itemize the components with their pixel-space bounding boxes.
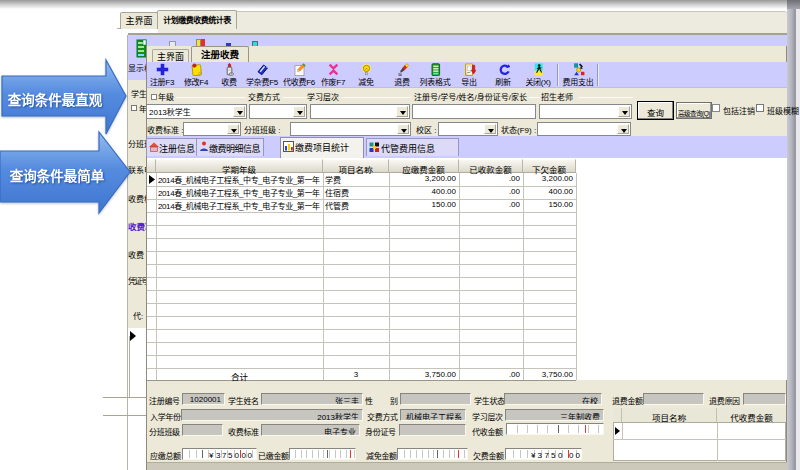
svg-text:查询条件最简单: 查询条件最简单 — [10, 168, 105, 184]
svg-text:查询条件最直观: 查询条件最直观 — [8, 92, 103, 108]
